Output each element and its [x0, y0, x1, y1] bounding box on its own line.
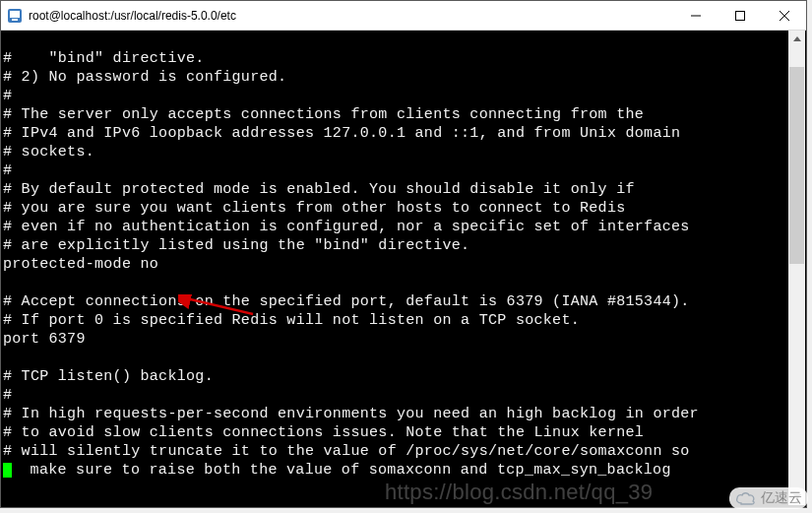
config-line: # are explicitly listed using the "bind"…	[3, 237, 469, 254]
scroll-up-button[interactable]	[788, 31, 805, 47]
window-controls	[673, 1, 806, 30]
config-line: # will silently truncate it to the value…	[3, 443, 690, 460]
scroll-down-button[interactable]	[788, 488, 805, 505]
cursor-icon	[3, 463, 12, 478]
svg-rect-1	[10, 11, 20, 18]
svg-marker-10	[793, 494, 801, 499]
config-line: # to avoid slow clients connections issu…	[3, 424, 644, 441]
config-line: # IPv4 and IPv6 loopback addresses 127.0…	[3, 125, 680, 142]
config-line: # In high requests-per-second environmen…	[3, 406, 699, 422]
config-line: port 6379	[3, 331, 86, 348]
svg-rect-4	[735, 11, 744, 20]
config-line: # The server only accepts connections fr…	[3, 106, 644, 123]
config-line: # you are sure you want clients from oth…	[3, 200, 626, 217]
config-line: protected-mode no	[3, 256, 158, 273]
titlebar: root@localhost:/usr/local/redis-5.0.0/et…	[1, 1, 806, 31]
minimize-button[interactable]	[673, 1, 718, 30]
scrollbar-thumb[interactable]	[789, 67, 804, 264]
terminal-body[interactable]: # "bind" directive. # 2) No password is …	[1, 31, 806, 507]
svg-marker-9	[793, 36, 801, 41]
vertical-scrollbar[interactable]	[788, 31, 805, 505]
config-line: # even if no authentication is configure…	[3, 219, 690, 235]
config-line: # By default protected mode is enabled. …	[3, 181, 635, 198]
scrollbar-track[interactable]	[788, 47, 805, 488]
app-icon	[7, 8, 23, 24]
watermark-text: https://blog.csdn.net/qq_39	[385, 482, 653, 501]
config-line: #	[3, 162, 12, 179]
close-button[interactable]	[762, 1, 806, 30]
config-line: #	[3, 387, 12, 404]
config-line: # 2) No password is configured.	[3, 69, 286, 86]
terminal-window: root@localhost:/usr/local/redis-5.0.0/et…	[0, 0, 807, 508]
config-line: make sure to raise both the value of som…	[12, 462, 671, 479]
config-line: # Accept connections on the specified po…	[3, 293, 690, 310]
title-left: root@localhost:/usr/local/redis-5.0.0/et…	[1, 8, 236, 24]
svg-rect-2	[12, 19, 18, 21]
config-line: # "bind" directive.	[3, 50, 205, 67]
config-line: #	[3, 88, 12, 104]
config-line: # sockets.	[3, 144, 94, 160]
maximize-button[interactable]	[718, 1, 762, 30]
config-line: # TCP listen() backlog.	[3, 368, 214, 385]
window-title: root@localhost:/usr/local/redis-5.0.0/et…	[29, 9, 236, 23]
config-line: # If port 0 is specified Redis will not …	[3, 312, 580, 329]
